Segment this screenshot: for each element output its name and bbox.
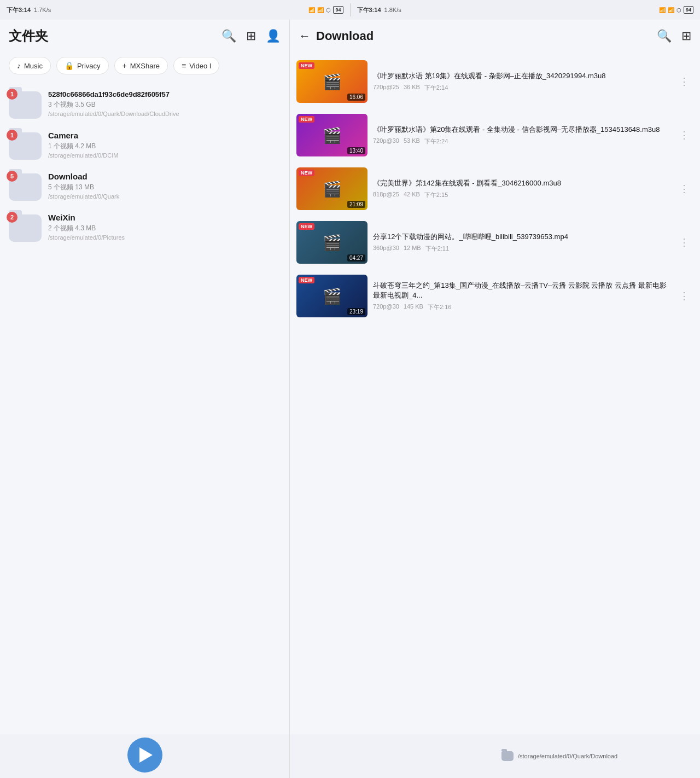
size-3: 42 KB	[404, 191, 420, 199]
back-button[interactable]: ←	[299, 29, 311, 43]
grid-icon-left[interactable]: ⊞	[246, 29, 256, 43]
badge-1: 1	[7, 89, 18, 100]
more-btn-3[interactable]: ⋮	[675, 181, 693, 197]
tag-mxshare[interactable]: + MXShare	[114, 57, 168, 74]
video-item-5[interactable]: 🎬 NEW 23:19 斗破苍穹三年之约_第13集_国产动漫_在线播放–云播TV…	[290, 269, 700, 323]
folder-item-1[interactable]: 1 528f0c66866da1f93c6de9d82f605f57 3 个视频…	[0, 83, 289, 124]
duration-5: 23:19	[347, 308, 365, 315]
signal-icon-4: 📶	[668, 7, 674, 13]
right-title: Download	[316, 29, 374, 43]
search-icon-left[interactable]: 🔍	[221, 29, 236, 43]
video-title-2: 《叶罗丽默水语》第20集在线观看 - 全集动漫 - 信合影视网–无尽播放器_15…	[373, 125, 675, 135]
folder-item-2[interactable]: 1 Camera 1 个视频 4.2 MB /storage/emulated/…	[0, 124, 289, 165]
folder-item-4[interactable]: 2 WeiXin 2 个视频 4.3 MB /storage/emulated/…	[0, 206, 289, 247]
video-title-1: 《叶罗丽默水语 第19集》在线观看 - 杂影网–正在播放_3420291994.…	[373, 71, 675, 81]
new-badge-3: NEW	[299, 170, 314, 176]
folder-info-2: Camera 1 个视频 4.2 MB /storage/emulated/0/…	[48, 131, 281, 159]
more-btn-4[interactable]: ⋮	[675, 234, 693, 251]
folder-name-3: Download	[48, 172, 281, 181]
folder-name-1: 528f0c66866da1f93c6de9d82f605f57	[48, 90, 281, 98]
right-speed: 1.8K/s	[384, 7, 401, 13]
more-btn-2[interactable]: ⋮	[675, 127, 693, 143]
time-2: 下午2:24	[424, 137, 448, 146]
play-button-left[interactable]	[127, 738, 162, 773]
folder-path-4: /storage/emulated/0/Pictures	[48, 234, 281, 241]
video-item-4[interactable]: 🎬 NEW 04:27 分享12个下载动漫的网站。_哔哩哔哩_bilibili_…	[290, 216, 700, 269]
signal-icon-1: 📶	[308, 7, 315, 13]
video-info-5: 斗破苍穹三年之约_第13集_国产动漫_在线播放–云播TV–云播 云影院 云播放 …	[373, 281, 675, 311]
video-item-2[interactable]: 🎬 NEW 13:40 《叶罗丽默水语》第20集在线观看 - 全集动漫 - 信合…	[290, 108, 700, 162]
thumb-1: 🎬 NEW 16:06	[296, 60, 368, 103]
resolution-1: 720p@25	[373, 84, 399, 92]
right-panel: ← Download 🔍 ⊞ 🎬 NEW 16:06 《叶罗丽默水语 第19集》…	[290, 20, 700, 778]
badge-3: 5	[7, 171, 18, 182]
path-text: /storage/emulated/0/Quark/Download	[518, 753, 617, 759]
tag-video[interactable]: ≡ Video I	[173, 57, 219, 74]
video-info-3: 《完美世界》第142集在线观看 - 剧看看_3046216000.m3u8 81…	[373, 178, 675, 199]
tag-privacy[interactable]: 🔒 Privacy	[56, 57, 109, 74]
grid-icon-right[interactable]: ⊞	[681, 29, 691, 43]
tags-row: ♪ Music 🔒 Privacy + MXShare ≡ Video I	[0, 53, 289, 81]
time-4: 下午2:11	[425, 245, 449, 253]
status-bar: 下午3:14 1.7K/s 📶 📶 ⬡ 94 下午3:14 1.8K/s 📶 📶…	[0, 0, 700, 20]
video-title-4: 分享12个下载动漫的网站。_哔哩哔哩_bilibili_539739653.mp…	[373, 232, 675, 242]
video-title-3: 《完美世界》第142集在线观看 - 剧看看_3046216000.m3u8	[373, 178, 675, 188]
folder-path-3: /storage/emulated/0/Quark	[48, 193, 281, 200]
duration-3: 21:09	[347, 201, 365, 208]
left-status: 下午3:14 1.7K/s 📶 📶 ⬡ 94	[0, 0, 350, 20]
tag-privacy-label: Privacy	[77, 62, 101, 70]
resolution-5: 720p@30	[373, 303, 399, 311]
path-folder-icon	[501, 751, 514, 761]
folder-name-2: Camera	[48, 131, 281, 140]
tag-music-label: Music	[24, 62, 43, 70]
path-info: /storage/emulated/0/Quark/Download	[495, 734, 700, 778]
search-icon-right[interactable]: 🔍	[657, 29, 672, 43]
right-time: 下午3:14	[357, 6, 381, 14]
user-icon-left[interactable]: 👤	[266, 29, 281, 43]
video-meta-5: 720p@30 145 KB 下午2:16	[373, 303, 675, 311]
video-meta-1: 720p@25 36 KB 下午2:14	[373, 84, 675, 92]
video-meta-3: 818p@25 42 KB 下午2:15	[373, 191, 675, 199]
more-btn-5[interactable]: ⋮	[675, 288, 693, 304]
left-speed: 1.7K/s	[34, 7, 51, 13]
size-4: 12 MB	[404, 245, 421, 253]
size-5: 145 KB	[404, 303, 423, 311]
lock-icon: 🔒	[65, 61, 74, 70]
folder-meta-1: 3 个视频 3.5 GB	[48, 100, 281, 109]
folder-icon-3: 5	[9, 171, 42, 201]
video-info-2: 《叶罗丽默水语》第20集在线观看 - 全集动漫 - 信合影视网–无尽播放器_15…	[373, 125, 675, 146]
more-btn-1[interactable]: ⋮	[675, 73, 693, 90]
bottom-bar-left	[0, 734, 289, 778]
folder-icon-1: 1	[9, 89, 42, 119]
folder-list: 1 528f0c66866da1f93c6de9d82f605f57 3 个视频…	[0, 81, 289, 734]
video-icon: ≡	[182, 61, 186, 70]
folder-meta-4: 2 个视频 4.3 MB	[48, 224, 281, 233]
left-status-icons: 📶 📶 ⬡ 94	[308, 6, 343, 14]
tag-music[interactable]: ♪ Music	[9, 57, 51, 74]
size-2: 53 KB	[404, 137, 420, 146]
video-info-1: 《叶罗丽默水语 第19集》在线观看 - 杂影网–正在播放_3420291994.…	[373, 71, 675, 92]
new-badge-2: NEW	[299, 116, 314, 123]
left-time: 下午3:14	[7, 6, 31, 14]
left-header: 文件夹 🔍 ⊞ 👤	[0, 20, 289, 53]
video-meta-4: 360p@30 12 MB 下午2:11	[373, 245, 675, 253]
battery-left: 94	[333, 6, 343, 14]
video-item-3[interactable]: 🎬 NEW 21:09 《完美世界》第142集在线观看 - 剧看看_304621…	[290, 162, 700, 216]
video-meta-2: 720p@30 53 KB 下午2:24	[373, 137, 675, 146]
folder-meta-2: 1 个视频 4.2 MB	[48, 142, 281, 151]
folder-item-3[interactable]: 5 Download 5 个视频 13 MB /storage/emulated…	[0, 165, 289, 206]
folder-icon-4: 2	[9, 212, 42, 242]
new-badge-1: NEW	[299, 62, 314, 69]
video-item-1[interactable]: 🎬 NEW 16:06 《叶罗丽默水语 第19集》在线观看 - 杂影网–正在播放…	[290, 55, 700, 108]
video-info-4: 分享12个下载动漫的网站。_哔哩哔哩_bilibili_539739653.mp…	[373, 232, 675, 253]
signal-icon-3: 📶	[659, 7, 666, 13]
tag-mxshare-label: MXShare	[130, 62, 160, 70]
duration-4: 04:27	[347, 254, 365, 262]
folder-icon-2: 1	[9, 130, 42, 160]
badge-4: 2	[7, 212, 18, 223]
thumb-3: 🎬 NEW 21:09	[296, 167, 368, 210]
main-area: 文件夹 🔍 ⊞ 👤 ♪ Music 🔒 Privacy + MXShare	[0, 20, 700, 778]
folder-info-3: Download 5 个视频 13 MB /storage/emulated/0…	[48, 172, 281, 200]
signal-icon-2: 📶	[317, 7, 324, 13]
badge-2: 1	[7, 130, 18, 141]
